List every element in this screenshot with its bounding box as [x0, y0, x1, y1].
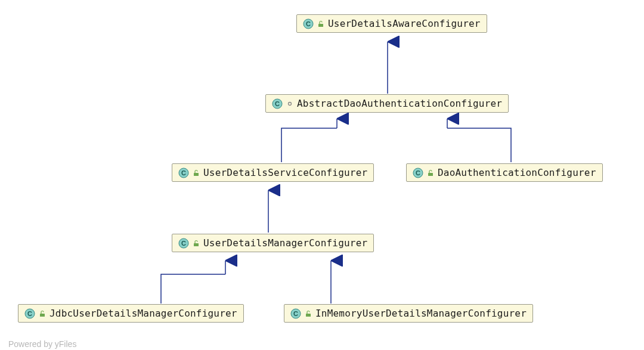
- abstract-dot-icon: [286, 100, 293, 107]
- class-icon: C: [178, 238, 189, 249]
- svg-text:C: C: [181, 169, 186, 176]
- svg-text:C: C: [275, 100, 280, 107]
- svg-text:C: C: [293, 310, 298, 317]
- class-icon: C: [290, 308, 301, 319]
- footer-credit: Powered by yFiles: [8, 339, 76, 349]
- class-label: JdbcUserDetailsManagerConfigurer: [49, 308, 237, 319]
- class-label: DaoAuthenticationConfigurer: [438, 167, 596, 178]
- class-node-inmemoryuserdetailsmanagerconfigurer[interactable]: C InMemoryUserDetailsManagerConfigurer: [284, 304, 533, 323]
- class-icon: C: [413, 168, 423, 178]
- unlocked-icon: [193, 169, 200, 176]
- class-label: AbstractDaoAuthenticationConfigurer: [297, 98, 502, 109]
- class-node-abstractdaoauthenticationconfigurer[interactable]: C AbstractDaoAuthenticationConfigurer: [265, 94, 509, 113]
- class-node-daoauthenticationconfigurer[interactable]: C DaoAuthenticationConfigurer: [406, 163, 603, 182]
- svg-rect-11: [428, 173, 433, 176]
- class-label: InMemoryUserDetailsManagerConfigurer: [315, 308, 527, 319]
- class-label: UserDetailsManagerConfigurer: [203, 237, 367, 249]
- unlocked-icon: [317, 20, 324, 27]
- class-node-jdbcuserdetailsmanagerconfigurer[interactable]: C JdbcUserDetailsManagerConfigurer: [18, 304, 244, 323]
- svg-point-5: [289, 102, 292, 105]
- class-icon: C: [178, 168, 189, 178]
- class-node-userdetailsserviceconfigurer[interactable]: C UserDetailsServiceConfigurer: [172, 163, 374, 182]
- svg-text:C: C: [416, 169, 420, 176]
- class-label: UserDetailsAwareConfigurer: [328, 18, 481, 29]
- class-node-userdetailsawareconfigurer[interactable]: C UserDetailsAwareConfigurer: [296, 14, 487, 33]
- svg-text:C: C: [181, 240, 186, 247]
- class-icon: C: [303, 18, 314, 29]
- svg-rect-17: [40, 314, 45, 317]
- svg-text:C: C: [27, 310, 32, 317]
- unlocked-icon: [39, 310, 46, 317]
- class-label: UserDetailsServiceConfigurer: [203, 167, 367, 178]
- class-node-userdetailsmanagerconfigurer[interactable]: C UserDetailsManagerConfigurer: [172, 234, 374, 252]
- unlocked-icon: [305, 310, 312, 317]
- svg-rect-14: [194, 243, 199, 246]
- svg-rect-20: [306, 314, 311, 317]
- svg-rect-8: [194, 173, 199, 176]
- unlocked-icon: [193, 240, 200, 247]
- class-icon: C: [272, 98, 283, 109]
- class-icon: C: [24, 308, 35, 319]
- unlocked-icon: [427, 169, 434, 176]
- svg-rect-2: [318, 24, 323, 27]
- svg-text:C: C: [306, 20, 311, 27]
